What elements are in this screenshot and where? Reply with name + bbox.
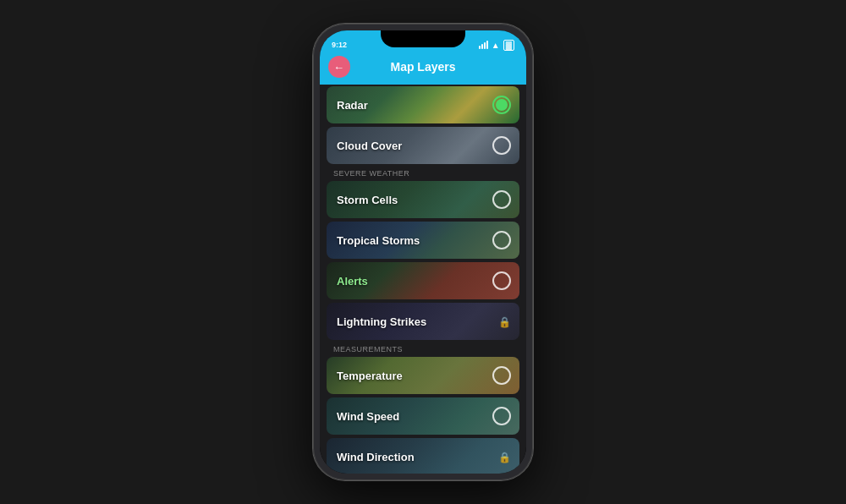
layer-item-alerts[interactable]: Alerts	[327, 262, 519, 299]
storm-cells-toggle-circle	[492, 190, 511, 209]
tropical-storms-label: Tropical Storms	[327, 234, 492, 247]
layer-item-radar[interactable]: Radar	[327, 86, 519, 123]
wind-direction-label: Wind Direction	[327, 451, 498, 463]
section-severe-weather: SEVERE WEATHER	[320, 166, 526, 179]
status-icons: ▲ ▓	[479, 40, 514, 51]
alerts-label: Alerts	[327, 275, 492, 288]
layer-item-storm-cells[interactable]: Storm Cells	[327, 181, 519, 218]
storm-cells-toggle[interactable]	[492, 190, 511, 209]
layer-item-tropical-storms[interactable]: Tropical Storms	[327, 222, 519, 259]
storm-cells-label: Storm Cells	[327, 194, 492, 206]
layer-item-wind-speed[interactable]: Wind Speed	[327, 397, 519, 435]
section-measurements: MEASUREMENTS	[320, 342, 526, 355]
lightning-strikes-label: Lightning Strikes	[327, 315, 498, 328]
temperature-label: Temperature	[327, 370, 492, 382]
wind-speed-toggle-circle	[492, 407, 511, 425]
wind-speed-label: Wind Speed	[327, 410, 492, 423]
notch	[381, 30, 465, 47]
back-button[interactable]: ←	[328, 56, 350, 78]
tropical-toggle-circle	[492, 231, 511, 249]
radar-toggle[interactable]	[492, 96, 511, 114]
layer-item-lightning-strikes[interactable]: Lightning Strikes 🔒	[327, 303, 519, 340]
cloud-toggle[interactable]	[492, 136, 511, 155]
back-arrow-icon: ←	[333, 61, 344, 74]
temperature-toggle-circle	[492, 366, 511, 385]
tropical-toggle[interactable]	[492, 231, 511, 249]
wind-direction-lock-icon: 🔒	[498, 452, 511, 463]
phone-screen: 9:12 ▲ ▓ ← Map Layers	[320, 30, 526, 474]
temperature-toggle[interactable]	[492, 366, 511, 385]
nav-header: ← Map Layers	[320, 54, 526, 85]
cloud-cover-label: Cloud Cover	[327, 140, 492, 152]
battery-icon: ▓	[503, 40, 514, 51]
alerts-toggle[interactable]	[492, 271, 511, 290]
radar-label: Radar	[327, 99, 492, 112]
status-time: 9:12	[332, 41, 347, 49]
radar-toggle-circle	[492, 96, 511, 114]
wind-speed-toggle[interactable]	[492, 407, 511, 425]
layers-list: Radar Cloud Cover SEVERE WEATHER Storm C…	[320, 85, 526, 474]
wind-direction-lock[interactable]: 🔒	[498, 449, 511, 464]
layer-item-temperature[interactable]: Temperature	[327, 357, 519, 394]
layer-item-wind-direction[interactable]: Wind Direction 🔒	[327, 438, 519, 474]
wifi-icon: ▲	[492, 41, 500, 50]
layer-item-cloud-cover[interactable]: Cloud Cover	[327, 127, 519, 164]
phone-frame: 9:12 ▲ ▓ ← Map Layers	[313, 24, 533, 480]
lightning-lock[interactable]: 🔒	[498, 314, 511, 329]
lightning-lock-icon: 🔒	[498, 316, 511, 328]
page-title: Map Layers	[390, 60, 455, 74]
cloud-toggle-circle	[492, 136, 511, 155]
signal-icon	[479, 41, 488, 49]
alerts-toggle-circle	[492, 271, 511, 290]
